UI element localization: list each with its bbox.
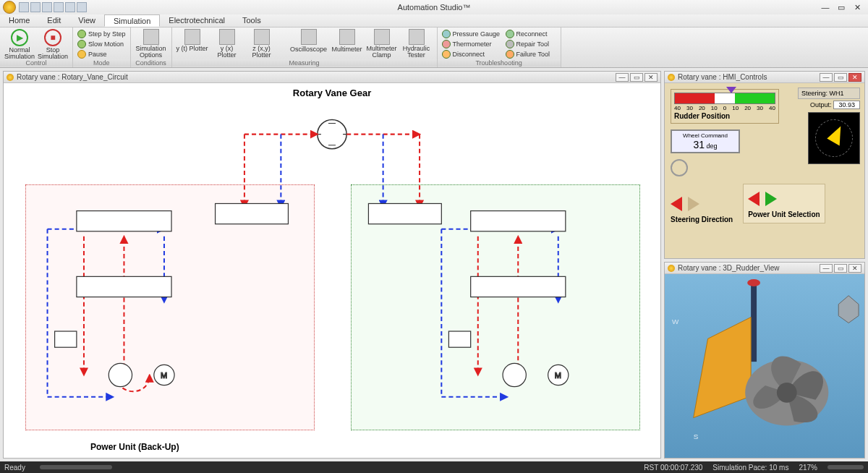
gauge-icon: [442, 30, 451, 38]
panel-minimize-icon[interactable]: —: [820, 264, 833, 273]
wheel-cmd-unit: deg: [707, 142, 718, 150]
mmc-label: Multimeter Clamp: [366, 46, 398, 59]
flask-icon: [143, 29, 159, 45]
panel-restore-icon[interactable]: ▭: [834, 73, 847, 82]
yt-plotter-button[interactable]: y (t) Plotter: [176, 29, 208, 52]
circuit-canvas[interactable]: Rotary Vane Gear Power Unit (Back-Up): [4, 83, 660, 458]
thermometer-button[interactable]: Thermometer: [442, 39, 503, 49]
minimize-icon[interactable]: —: [820, 3, 830, 12]
qat-btn[interactable]: [42, 2, 52, 12]
yt-label: y (t) Plotter: [176, 46, 208, 52]
wheel-cmd-value: 31: [693, 139, 705, 150]
multimeter-button[interactable]: Multimeter: [331, 29, 363, 53]
rc-label: Reconnect: [516, 30, 548, 38]
zxy-plotter-button[interactable]: z (x,y) Plotter: [246, 29, 278, 59]
tab-electrotechnical[interactable]: Electrotechnical: [160, 14, 234, 27]
svg-rect-9: [471, 276, 566, 297]
qat-btn[interactable]: [30, 2, 41, 12]
circuit-panel-titlebar: Rotary vane : Rotary_Vane_Circuit — ▭ ✕: [4, 72, 660, 83]
step-by-step-button[interactable]: Step by Step: [77, 29, 126, 39]
failure-tool-button[interactable]: Failure Tool: [506, 49, 556, 59]
rudder-3d-viewport[interactable]: W S: [665, 274, 864, 458]
panel-close-icon[interactable]: ✕: [848, 264, 861, 273]
pause-label: Pause: [88, 51, 107, 58]
zoom-slider[interactable]: [827, 465, 864, 469]
svg-rect-10: [368, 203, 441, 223]
repair-tool-button[interactable]: Repair Tool: [506, 39, 556, 49]
wheel-lcd: Wheel Command 31 deg: [671, 129, 740, 153]
panel-minimize-icon[interactable]: —: [616, 73, 629, 82]
oscilloscope-button[interactable]: Oscilloscope: [289, 29, 328, 53]
tab-simulation[interactable]: Simulation: [104, 14, 160, 27]
app-title: Automation Studio™: [398, 3, 471, 12]
power-unit-left-button[interactable]: [748, 192, 760, 206]
tab-home[interactable]: Home: [0, 14, 38, 27]
power-unit-right-button[interactable]: [765, 192, 777, 206]
panel-close-icon[interactable]: ✕: [644, 73, 658, 82]
tick: 30: [686, 105, 693, 111]
group-control: ▶ Normal Simulation ■ Stop Simulation Co…: [0, 27, 73, 67]
plot-icon: [184, 29, 200, 45]
maximize-icon[interactable]: ▭: [836, 3, 846, 12]
rudder-3d-illustration: W S: [665, 274, 864, 453]
tab-tools[interactable]: Tools: [234, 14, 270, 27]
steer-left-button[interactable]: [671, 197, 682, 211]
svg-rect-8: [471, 211, 566, 231]
qat-btn[interactable]: [54, 2, 64, 12]
group-label: Troubleshooting: [438, 59, 561, 67]
document-icon: [668, 74, 675, 81]
svg-rect-2: [77, 276, 171, 297]
close-icon[interactable]: ✕: [852, 3, 862, 12]
steering-wheel-icon[interactable]: [671, 159, 688, 176]
normal-simulation-button[interactable]: ▶ Normal Simulation: [4, 29, 35, 60]
panel-minimize-icon[interactable]: —: [820, 73, 833, 82]
thermometer-icon: [442, 40, 451, 48]
tick: 40: [674, 105, 681, 111]
tab-view[interactable]: View: [69, 14, 104, 27]
compass-arrow-icon: [827, 124, 848, 146]
ribbon-tabs: Home Edit View Simulation Electrotechnic…: [0, 14, 868, 27]
reconnect-button[interactable]: Reconnect: [506, 29, 556, 39]
svg-rect-1: [77, 211, 171, 231]
slow-motion-button[interactable]: Slow Motion: [77, 39, 126, 49]
tab-edit[interactable]: Edit: [38, 14, 69, 27]
hmi-title: Rotary vane : HMI_Controls: [678, 73, 767, 81]
qat-btn[interactable]: [19, 2, 29, 12]
simulation-options-button[interactable]: Simulation Options: [135, 29, 167, 59]
yx-label: y (x) Plotter: [211, 46, 243, 59]
panel-close-icon[interactable]: ✕: [848, 73, 861, 82]
svg-text:M: M: [161, 371, 167, 380]
hmi-panel-titlebar: Rotary vane : HMI_Controls — ▭ ✕: [665, 72, 864, 83]
hmi-body: 40 30 20 10 0 10 20 30 40 Rudder Positio…: [665, 83, 864, 258]
tick: 0: [723, 105, 726, 111]
rudder-panel-titlebar: Rotary vane : 3D_Rudder_View — ▭ ✕: [665, 263, 864, 274]
hydraulic-tester-button[interactable]: Hydraulic Tester: [401, 29, 433, 59]
disconnect-button[interactable]: Disconnect: [442, 49, 503, 59]
svg-point-18: [777, 383, 797, 403]
document-icon: [668, 265, 675, 272]
power-unit-label: Power Unit Selection: [748, 210, 820, 218]
steering-name-box: Steering: WH1: [798, 88, 860, 99]
dc-label: Disconnect: [453, 51, 485, 58]
status-slider[interactable]: [40, 465, 112, 469]
yx-plotter-button[interactable]: y (x) Plotter: [211, 29, 243, 59]
multimeter-clamp-button[interactable]: Multimeter Clamp: [366, 29, 398, 59]
simopts-label: Simulation Options: [135, 46, 167, 59]
qat-btn[interactable]: [65, 2, 75, 12]
panel-restore-icon[interactable]: ▭: [630, 73, 643, 82]
stop-simulation-button[interactable]: ■ Stop Simulation: [38, 29, 68, 60]
stop-sim-label: Stop Simulation: [38, 47, 68, 60]
pause-button[interactable]: Pause: [77, 49, 126, 59]
status-pace: Simulation Pace: 10 ms: [712, 464, 788, 472]
ft-label: Failure Tool: [516, 51, 550, 58]
wrench-icon: [506, 40, 514, 48]
qat-btn[interactable]: [77, 2, 87, 12]
panel-restore-icon[interactable]: ▭: [834, 264, 847, 273]
warning-icon: [506, 50, 514, 59]
stop-icon: ■: [44, 29, 61, 46]
pressure-gauge-button[interactable]: Pressure Gauge: [442, 29, 503, 39]
plot-icon: [254, 29, 270, 45]
steer-right-button[interactable]: [688, 197, 699, 211]
step-icon: [77, 30, 86, 38]
svg-point-4: [109, 363, 132, 386]
